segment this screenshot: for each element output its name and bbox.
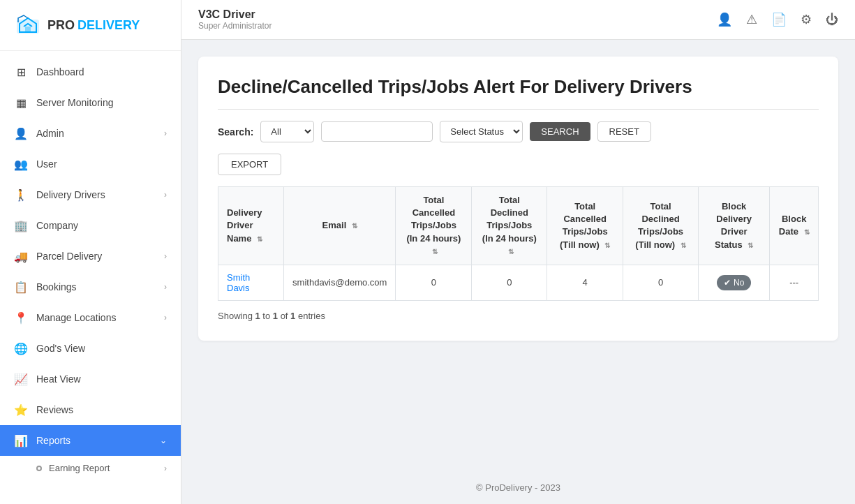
page-title: Decline/Cancelled Trips/Jobs Alert For D… — [218, 76, 819, 110]
heat-view-icon: 📈 — [14, 372, 28, 386]
sidebar-item-label: Server Monitoring — [36, 97, 167, 108]
sidebar-item-label: Dashboard — [36, 66, 167, 77]
alert-icon[interactable]: ⚠ — [746, 12, 757, 27]
sort-icon: ⇅ — [748, 242, 753, 249]
cell-block-status[interactable]: ✔ No — [698, 265, 769, 300]
logo: PRO DELIVERY — [0, 0, 181, 51]
block-status-badge: ✔ No — [717, 275, 751, 290]
sidebar-item-label: Delivery Drivers — [36, 189, 164, 200]
cell-cancelled-till-now: 4 — [547, 265, 623, 300]
server-monitoring-icon: ▦ — [14, 96, 28, 110]
export-button[interactable]: EXPORT — [218, 154, 281, 175]
sidebar-item-delivery-drivers[interactable]: 🚶 Delivery Drivers › — [0, 179, 181, 210]
sidebar-item-manage-locations[interactable]: 📍 Manage Locations › — [0, 302, 181, 333]
sidebar-item-earning-report[interactable]: Earning Report › — [0, 456, 181, 480]
sort-icon: ⇅ — [804, 228, 810, 236]
cell-driver-name[interactable]: Smith Davis — [218, 265, 284, 300]
bookings-icon: 📋 — [14, 280, 28, 294]
sidebar-item-user[interactable]: 👥 User — [0, 149, 181, 179]
reset-button[interactable]: RESET — [597, 121, 651, 142]
sidebar-item-company[interactable]: 🏢 Company — [0, 210, 181, 241]
dashboard-icon: ⊞ — [14, 65, 28, 79]
sidebar-item-label: Reports — [36, 435, 160, 446]
sort-icon: ⇅ — [604, 242, 610, 249]
sidebar-item-heat-view[interactable]: 📈 Heat View — [0, 364, 181, 394]
col-total-cancelled-till-now: Total Cancelled Trips/Jobs(Till now) ⇅ — [547, 187, 623, 265]
col-total-declined-till-now: Total Declined Trips/Jobs(Till now) ⇅ — [623, 187, 699, 265]
header-user-name: V3C Driver — [198, 8, 272, 21]
chevron-right-icon: › — [164, 464, 167, 473]
table-wrapper: Delivery Driver Name ⇅ Email ⇅ Total Can… — [218, 186, 819, 301]
table-row: Smith Davis smithdavis@demo.com 0 0 4 0 … — [218, 265, 819, 300]
sort-icon: ⇅ — [352, 222, 357, 230]
col-total-declined-24h: Total Declined Trips/Jobs(In 24 hours) ⇅ — [472, 187, 547, 265]
sidebar-item-label: Heat View — [36, 373, 167, 385]
showing-text: Showing 1 to 1 of 1 entries — [218, 311, 819, 321]
svg-rect-1 — [25, 27, 31, 32]
chevron-right-icon: › — [164, 190, 167, 200]
sidebar-item-parcel-delivery[interactable]: 🚚 Parcel Delivery › — [0, 241, 181, 272]
chevron-right-icon: › — [164, 313, 167, 323]
user-icon: 👥 — [14, 157, 28, 171]
search-type-select[interactable]: All Name Email — [260, 121, 314, 142]
col-driver-name: Delivery Driver Name ⇅ — [218, 187, 284, 265]
main-area: V3C Driver Super Administrator 👤 ⚠ 📄 ⚙ ⏻… — [181, 0, 855, 504]
header-user-role: Super Administrator — [198, 21, 272, 31]
chevron-right-icon: › — [164, 282, 167, 292]
cell-email: smithdavis@demo.com — [284, 265, 396, 300]
logo-delivery: DELIVERY — [77, 18, 140, 33]
sidebar-item-gods-view[interactable]: 🌐 God's View — [0, 333, 181, 364]
sidebar-item-label: Parcel Delivery — [36, 251, 164, 262]
sort-icon: ⇅ — [508, 248, 514, 255]
cell-declined-24h: 0 — [472, 265, 547, 300]
status-select[interactable]: Select Status Blocked Not Blocked — [440, 121, 523, 142]
cell-block-date: --- — [770, 265, 819, 300]
user-profile-icon[interactable]: 👤 — [717, 12, 732, 27]
search-label: Search: — [218, 126, 253, 138]
search-input[interactable] — [321, 121, 433, 142]
chevron-right-icon: › — [164, 251, 167, 261]
sidebar-nav: ⊞ Dashboard ▦ Server Monitoring 👤 Admin … — [0, 51, 181, 504]
reviews-icon: ⭐ — [14, 403, 28, 417]
header-user-info: V3C Driver Super Administrator — [198, 8, 272, 31]
sidebar-item-bookings[interactable]: 📋 Bookings › — [0, 272, 181, 302]
sidebar: PRO DELIVERY ⊞ Dashboard ▦ Server Monito… — [0, 0, 181, 504]
sidebar-item-label: Admin — [36, 128, 164, 139]
logo-pro: PRO — [47, 18, 75, 33]
search-button[interactable]: SEARCH — [530, 122, 590, 141]
parcel-delivery-icon: 🚚 — [14, 249, 28, 263]
circle-icon — [36, 466, 42, 471]
sidebar-item-label: Manage Locations — [36, 312, 164, 323]
sidebar-item-reports[interactable]: 📊 Reports ⌄ — [0, 425, 181, 456]
footer: © ProDelivery - 2023 — [181, 471, 855, 504]
sidebar-item-label: God's View — [36, 343, 167, 354]
col-block-status: Block Delivery Driver Status ⇅ — [698, 187, 769, 265]
delivery-drivers-icon: 🚶 — [14, 188, 28, 202]
header-icons: 👤 ⚠ 📄 ⚙ ⏻ — [717, 12, 838, 27]
chevron-right-icon: › — [164, 128, 167, 138]
data-table: Delivery Driver Name ⇅ Email ⇅ Total Can… — [218, 186, 819, 301]
sort-icon: ⇅ — [257, 235, 262, 243]
sidebar-item-admin[interactable]: 👤 Admin › — [0, 118, 181, 149]
sidebar-item-label: User — [36, 158, 167, 170]
power-icon[interactable]: ⏻ — [826, 13, 838, 27]
reports-icon: 📊 — [14, 433, 28, 447]
cell-declined-till-now: 0 — [623, 265, 699, 300]
search-bar: Search: All Name Email Select Status Blo… — [218, 121, 819, 142]
driver-name-link[interactable]: Smith Davis — [227, 272, 250, 293]
col-block-date: Block Date ⇅ — [770, 187, 819, 265]
sidebar-item-server-monitoring[interactable]: ▦ Server Monitoring — [0, 87, 181, 118]
admin-icon: 👤 — [14, 126, 28, 140]
sidebar-item-label: Reviews — [36, 404, 167, 415]
chevron-down-icon: ⌄ — [160, 436, 167, 445]
sidebar-item-dashboard[interactable]: ⊞ Dashboard — [0, 57, 181, 87]
showing-to: 1 — [273, 311, 278, 321]
col-total-cancelled-24h: Total Cancelled Trips/Jobs(In 24 hours) … — [396, 187, 472, 265]
header: V3C Driver Super Administrator 👤 ⚠ 📄 ⚙ ⏻ — [181, 0, 855, 40]
settings-icon[interactable]: ⚙ — [801, 12, 812, 27]
cell-cancelled-24h: 0 — [396, 265, 472, 300]
content-area: Decline/Cancelled Trips/Jobs Alert For D… — [181, 40, 855, 471]
sidebar-item-reviews[interactable]: ⭐ Reviews — [0, 394, 181, 425]
document-icon[interactable]: 📄 — [771, 12, 787, 27]
sidebar-item-label: Bookings — [36, 281, 164, 292]
